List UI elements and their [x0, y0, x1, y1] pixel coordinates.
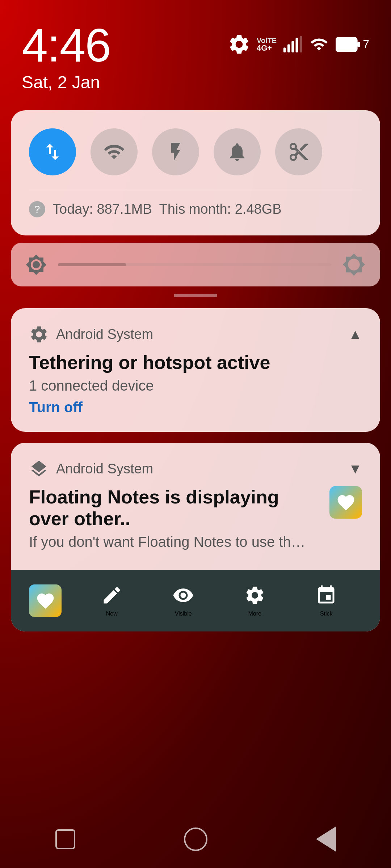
qs-divider: [29, 190, 362, 190]
notif-header-tethering: Android System ▲: [29, 324, 362, 344]
svg-rect-6: [337, 39, 341, 50]
tethering-body: 1 connected device: [29, 378, 362, 394]
floating-notes-chevron: ▼: [348, 461, 362, 477]
back-icon: [316, 826, 336, 852]
home-icon: [184, 827, 207, 851]
floating-notes-app-icon: [329, 486, 362, 519]
floating-notes-stick-button[interactable]: Stick: [291, 584, 362, 617]
quick-settings-buttons: [29, 128, 362, 175]
stick-label: Stick: [320, 610, 333, 617]
today-usage: Today: 887.1MB: [52, 201, 152, 217]
battery-percentage: 7: [363, 38, 369, 51]
settings-icon[interactable]: [227, 33, 251, 56]
visible-label: Visible: [175, 610, 192, 617]
floating-notes-action-icon: [29, 584, 62, 617]
tethering-notification: Android System ▲ Tethering or hotspot ac…: [11, 308, 380, 432]
brightness-control: [11, 243, 380, 286]
floating-notes-title: Floating Notes is displaying over other.…: [29, 486, 362, 529]
navigation-bar: [0, 810, 391, 868]
more-label: More: [248, 610, 261, 617]
recent-apps-icon: [55, 829, 75, 849]
brightness-track[interactable]: [58, 263, 331, 266]
floating-notes-actions-bar: New Visible More Stick: [11, 570, 380, 631]
svg-rect-3: [296, 38, 298, 53]
time-section: 4:46 Sat, 2 Jan: [22, 22, 110, 92]
home-button[interactable]: [177, 821, 214, 857]
svg-rect-0: [283, 48, 286, 53]
tethering-chevron: ▲: [348, 327, 362, 342]
floating-notes-more-button[interactable]: More: [219, 584, 291, 617]
data-usage-icon: ?: [29, 201, 45, 217]
data-usage-info: ? Today: 887.1MB This month: 2.48GB: [29, 201, 362, 217]
screenshot-toggle-button[interactable]: [275, 128, 322, 175]
svg-rect-7: [357, 42, 360, 47]
clock-time: 4:46: [22, 22, 110, 69]
svg-rect-1: [287, 44, 290, 53]
floating-notes-visible-button[interactable]: Visible: [148, 584, 219, 617]
tethering-app-name: Android System: [56, 327, 341, 342]
floating-notes-body: If you don't want Floating Notes to use …: [29, 534, 362, 550]
status-icons: VolTE 4G+ 7: [227, 33, 369, 56]
android-system-icon-2: [29, 459, 49, 479]
month-usage: This month: 2.48GB: [159, 201, 282, 217]
alarm-toggle-button[interactable]: [214, 128, 261, 175]
svg-rect-4: [300, 36, 302, 52]
tethering-action-button[interactable]: Turn off: [29, 399, 362, 416]
flashlight-toggle-button[interactable]: [152, 128, 199, 175]
tethering-title: Tethering or hotspot active: [29, 352, 362, 373]
battery-icon: 7: [336, 37, 369, 52]
floating-notes-new-button[interactable]: New: [76, 584, 148, 617]
wifi-toggle-button[interactable]: [91, 128, 138, 175]
android-system-icon: [29, 324, 49, 344]
floating-notes-app-name: Android System: [56, 461, 341, 477]
floating-notes-notification: Android System ▼ Floating Notes is displ…: [11, 443, 380, 631]
brightness-high-icon: [342, 253, 366, 276]
wifi-status-icon: [308, 35, 330, 54]
new-label: New: [106, 610, 118, 617]
svg-rect-2: [291, 41, 294, 53]
back-button[interactable]: [308, 821, 344, 857]
date-display: Sat, 2 Jan: [22, 72, 110, 92]
recent-apps-button[interactable]: [47, 821, 83, 857]
data-toggle-button[interactable]: [29, 128, 76, 175]
floating-notes-content: Floating Notes is displaying over other.…: [29, 486, 362, 550]
notif-header-floating: Android System ▼: [29, 459, 362, 479]
lte-icon: VolTE 4G+: [257, 37, 277, 52]
brightness-fill: [58, 263, 126, 266]
drag-handle: [174, 294, 217, 297]
floating-notes-main: Android System ▼ Floating Notes is displ…: [11, 443, 380, 570]
brightness-low-icon: [25, 254, 47, 276]
status-bar: 4:46 Sat, 2 Jan VolTE 4G+: [0, 0, 391, 99]
signal-icon: [282, 36, 302, 52]
quick-settings-panel: ? Today: 887.1MB This month: 2.48GB: [11, 110, 380, 235]
